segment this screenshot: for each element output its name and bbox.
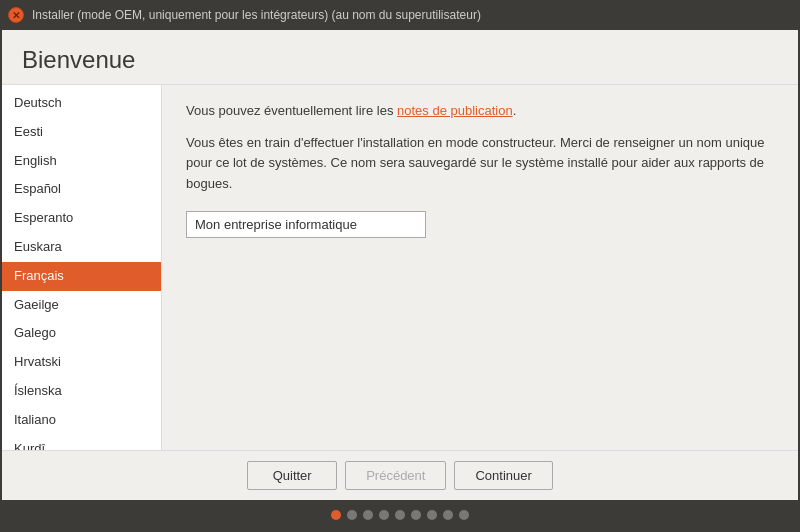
pagination-dot-4[interactable]: [395, 510, 405, 520]
pagination-dot-2[interactable]: [363, 510, 373, 520]
right-panel: Vous pouvez éventuellement lire les note…: [162, 85, 798, 450]
company-name-input[interactable]: [186, 211, 426, 238]
lang-item-english[interactable]: English: [2, 147, 161, 176]
lang-item-hrvatski[interactable]: Hrvatski: [2, 348, 161, 377]
pagination: [0, 500, 800, 530]
titlebar: ✕ Installer (mode OEM, uniquement pour l…: [0, 0, 800, 30]
lang-item-gaeilge[interactable]: Gaeilge: [2, 291, 161, 320]
lang-item-galego[interactable]: Galego: [2, 319, 161, 348]
lang-item-euskara[interactable]: Euskara: [2, 233, 161, 262]
window-header: Bienvenue: [2, 30, 798, 85]
lang-item-eesti[interactable]: Eesti: [2, 118, 161, 147]
pagination-dot-5[interactable]: [411, 510, 421, 520]
release-notes-text: Vous pouvez éventuellement lire les note…: [186, 101, 774, 121]
quit-button[interactable]: Quitter: [247, 461, 337, 490]
lang-item-esperanto[interactable]: Esperanto: [2, 204, 161, 233]
oem-description: Vous êtes en train d'effectuer l'install…: [186, 133, 774, 195]
button-bar: Quitter Précédent Continuer: [2, 450, 798, 500]
language-list[interactable]: DeutschEestiEnglishEspañolEsperantoEuska…: [2, 85, 162, 450]
lang-item-espanol[interactable]: Español: [2, 175, 161, 204]
lang-item-islenska[interactable]: Íslenska: [2, 377, 161, 406]
close-button[interactable]: ✕: [8, 7, 24, 23]
page-title: Bienvenue: [22, 46, 778, 74]
pagination-dot-3[interactable]: [379, 510, 389, 520]
main-window: Bienvenue DeutschEestiEnglishEspañolEspe…: [2, 30, 798, 500]
lang-item-francais[interactable]: Français: [2, 262, 161, 291]
pagination-dot-8[interactable]: [459, 510, 469, 520]
titlebar-title: Installer (mode OEM, uniquement pour les…: [32, 8, 792, 22]
pagination-dot-0[interactable]: [331, 510, 341, 520]
lang-item-deutsch[interactable]: Deutsch: [2, 89, 161, 118]
pagination-dot-6[interactable]: [427, 510, 437, 520]
lang-item-kurdi[interactable]: Kurdî: [2, 435, 161, 450]
lang-item-italiano[interactable]: Italiano: [2, 406, 161, 435]
pagination-dot-7[interactable]: [443, 510, 453, 520]
previous-button[interactable]: Précédent: [345, 461, 446, 490]
content-area: DeutschEestiEnglishEspañolEsperantoEuska…: [2, 85, 798, 450]
pagination-dot-1[interactable]: [347, 510, 357, 520]
continue-button[interactable]: Continuer: [454, 461, 552, 490]
release-notes-link[interactable]: notes de publication: [397, 103, 513, 118]
